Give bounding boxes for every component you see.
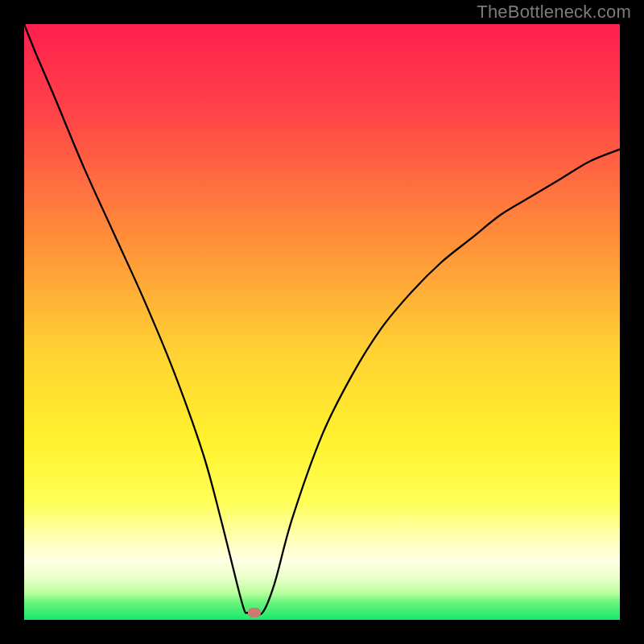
bottleneck-curve-path <box>24 24 620 615</box>
plot-area <box>24 24 620 620</box>
curve-svg <box>24 24 620 620</box>
attribution-text: TheBottleneck.com <box>477 2 631 23</box>
chart-container: TheBottleneck.com <box>0 0 644 644</box>
optimum-marker <box>248 608 261 617</box>
